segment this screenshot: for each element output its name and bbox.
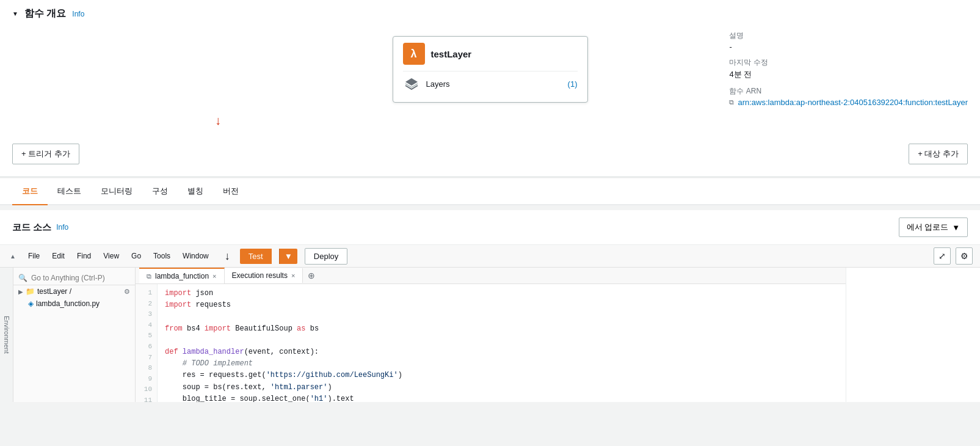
file-tree: 🔍 ▶ 📁 testLayer / ⚙ ◈ lambda_function.py: [13, 268, 136, 402]
code-title: 코드 소스 Info: [12, 222, 68, 233]
arn-value[interactable]: ⧉ arn:aws:lambda:ap-northeast-2:04051639…: [729, 98, 968, 107]
editor-toolbar: ▲ File Edit Find View Go Tools Window ↓ …: [0, 245, 980, 268]
deploy-button[interactable]: Deploy: [305, 248, 347, 265]
tab-test[interactable]: 테스트: [48, 178, 91, 205]
settings-button[interactable]: ⚙: [956, 247, 973, 265]
layers-count: (1): [568, 79, 578, 89]
description-row: 설명 -: [729, 31, 968, 51]
function-name: testLayer: [431, 49, 472, 59]
folder-name: testLayer /: [37, 287, 71, 296]
editor-tab-lambda[interactable]: ⧉ lambda_function ×: [139, 268, 225, 283]
arn-text: arn:aws:lambda:ap-northeast-2:0405163922…: [738, 98, 968, 107]
file-row[interactable]: ◈ lambda_function.py: [13, 298, 135, 310]
file-icon: ◈: [28, 299, 34, 308]
tab-versions[interactable]: 버전: [213, 178, 249, 205]
function-name-row: λ testLayer: [403, 43, 578, 65]
right-info-panel: 설명 - 마지막 수정 4분 전 함수 ARN ⧉ arn:aws:lambda…: [729, 31, 968, 113]
description-label: 설명: [729, 31, 968, 41]
red-down-arrow-icon: ↓: [215, 112, 221, 128]
editor-red-arrow-icon: ↓: [222, 249, 233, 263]
search-icon: 🔍: [18, 274, 27, 282]
upload-label: 에서 업로드: [907, 222, 949, 233]
code-section: 코드 소스 Info 에서 업로드 ▼ ▲ File Edit Find Vie…: [0, 210, 980, 402]
function-card: λ testLayer Layers (1): [393, 36, 588, 103]
upload-button[interactable]: 에서 업로드 ▼: [899, 218, 968, 237]
test-button[interactable]: Test: [240, 249, 272, 264]
file-name: lambda_function.py: [36, 299, 100, 308]
code-editor[interactable]: ⧉ lambda_function × Execution results × …: [136, 268, 846, 402]
line-numbers: 12345 678910 11121314: [136, 284, 158, 402]
add-target-button[interactable]: + 대상 추가: [909, 144, 968, 164]
last-modified-value: 4분 전: [729, 69, 968, 80]
arn-label: 함수 ARN: [729, 86, 968, 97]
tab-config[interactable]: 구성: [142, 178, 178, 205]
editor-container: Environment 🔍 ▶ 📁 testLayer / ⚙ ◈ lambda…: [0, 268, 980, 402]
editor-tab-close-icon[interactable]: ×: [212, 272, 216, 280]
folder-gear-icon[interactable]: ⚙: [124, 288, 130, 296]
copy-icon: ⧉: [729, 98, 734, 106]
right-editor-panel: [846, 268, 980, 402]
add-target-label: + 대상 추가: [918, 148, 959, 159]
description-value: -: [729, 42, 968, 51]
menu-tools[interactable]: Tools: [151, 250, 173, 261]
environment-sidebar[interactable]: Environment: [0, 268, 13, 402]
menu-edit[interactable]: Edit: [49, 250, 67, 261]
last-modified-label: 마지막 수정: [729, 57, 968, 68]
layers-row[interactable]: Layers (1): [403, 71, 578, 96]
editor-tab-execution-close-icon[interactable]: ×: [291, 272, 295, 279]
add-trigger-label: + 트리거 추가: [21, 148, 70, 159]
tab-code[interactable]: 코드: [12, 178, 48, 205]
add-trigger-button[interactable]: + 트리거 추가: [12, 144, 79, 164]
code-info-link[interactable]: Info: [56, 223, 68, 232]
upload-dropdown-icon: ▼: [952, 223, 960, 232]
menu-view[interactable]: View: [101, 250, 122, 261]
editor-expand-icon: ▲: [7, 252, 18, 261]
code-content[interactable]: import json import requests from bs4 imp…: [158, 284, 846, 402]
overview-section: ▼ 함수 개요 Info ↓ λ testLayer La: [0, 0, 980, 177]
layers-icon: [403, 75, 420, 92]
layers-label: Layers: [426, 79, 562, 89]
menu-go[interactable]: Go: [129, 250, 143, 261]
code-header: 코드 소스 Info 에서 업로드 ▼: [0, 210, 980, 245]
editor-tab-label: lambda_function: [155, 272, 209, 280]
tab-aliases[interactable]: 별칭: [178, 178, 213, 205]
editor-tab-execution-label: Execution results: [232, 271, 288, 280]
overview-heading: 함수 개요: [24, 7, 66, 20]
editor-tabs: ⧉ lambda_function × Execution results × …: [136, 268, 846, 284]
editor-tab-execution[interactable]: Execution results ×: [225, 268, 303, 283]
overview-info-link[interactable]: Info: [72, 10, 84, 18]
lambda-icon: λ: [403, 43, 425, 65]
menu-file[interactable]: File: [26, 250, 42, 261]
tab-monitoring[interactable]: 모니터링: [91, 178, 142, 205]
tab-copy-icon: ⧉: [147, 272, 151, 280]
triangle-icon: ▼: [12, 10, 18, 17]
menu-window[interactable]: Window: [180, 250, 211, 261]
add-tab-button[interactable]: ⊕: [303, 268, 320, 283]
menu-find[interactable]: Find: [74, 250, 93, 261]
code-title-text: 코드 소스: [12, 222, 51, 233]
overview-title: ▼ 함수 개요 Info: [12, 7, 968, 20]
search-bar: 🔍: [13, 271, 135, 285]
folder-row[interactable]: ▶ 📁 testLayer / ⚙: [13, 285, 135, 298]
arn-row: 함수 ARN ⧉ arn:aws:lambda:ap-northeast-2:0…: [729, 86, 968, 107]
tabs-bar: 코드 테스트 모니터링 구성 별칭 버전: [0, 178, 980, 205]
search-input[interactable]: [31, 274, 130, 282]
test-dropdown-button[interactable]: ▼: [279, 249, 297, 264]
fullscreen-button[interactable]: ⤢: [934, 247, 951, 265]
folder-icon: 📁: [26, 287, 35, 296]
last-modified-row: 마지막 수정 4분 전: [729, 57, 968, 80]
folder-expand-icon: ▶: [18, 288, 23, 295]
code-lines: 12345 678910 11121314 import json import…: [136, 284, 846, 402]
